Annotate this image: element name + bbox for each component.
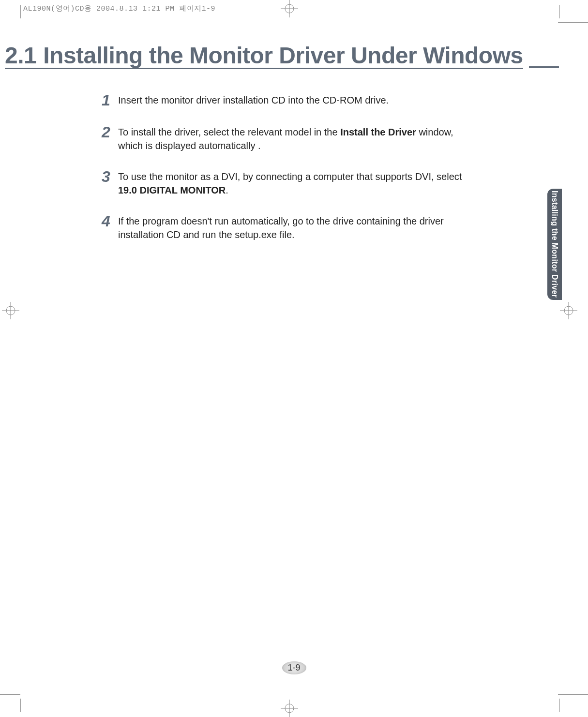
step-text-pre: To use the monitor as a DVI, by connecti… — [118, 171, 462, 182]
step-text-bold: 19.0 DIGITAL MONITOR — [118, 185, 226, 195]
heading-rule-right — [529, 66, 559, 68]
heading-text: 2.1Installing the Monitor Driver Under W… — [5, 44, 523, 69]
page-number: 1-9 — [282, 661, 306, 674]
step-text-pre: Insert the monitor driver installation C… — [118, 95, 389, 105]
step-text: Insert the monitor driver installation C… — [118, 93, 389, 107]
registration-mark-icon — [560, 302, 577, 319]
step-text: If the program doesn't run automatically… — [118, 214, 469, 241]
crop-mark — [559, 5, 560, 18]
registration-mark-icon — [281, 0, 298, 17]
step-text: To use the monitor as a DVI, by connecti… — [118, 170, 469, 197]
step-item: 2 To install the driver, select the rele… — [102, 125, 469, 152]
side-tab-label: Installing the Monitor Driver — [550, 191, 559, 298]
page-content: 2.1Installing the Monitor Driver Under W… — [73, 44, 559, 669]
step-text-pre: If the program doesn't run automatically… — [118, 216, 444, 240]
step-number: 2 — [102, 124, 118, 140]
step-number: 1 — [102, 92, 118, 108]
side-tab: Installing the Monitor Driver — [547, 189, 562, 300]
crop-mark — [0, 694, 20, 695]
crop-mark — [559, 699, 560, 712]
step-number: 3 — [102, 169, 118, 184]
crop-mark — [20, 5, 21, 18]
step-item: 4 If the program doesn't run automatical… — [102, 214, 469, 241]
crop-mark — [558, 22, 588, 23]
crop-mark — [20, 699, 21, 712]
step-text-bold: Install the Driver — [340, 127, 416, 137]
step-text-pre: To install the driver, select the releva… — [118, 127, 340, 137]
step-text-post: . — [226, 185, 228, 195]
heading-number: 2.1 — [5, 43, 36, 68]
steps-list: 1 Insert the monitor driver installation… — [102, 93, 469, 241]
step-number: 4 — [102, 213, 118, 229]
crop-mark — [558, 694, 588, 695]
print-metadata-header: AL190N(영어)CD용 2004.8.13 1:21 PM 페이지1-9 — [23, 4, 215, 13]
step-item: 3 To use the monitor as a DVI, by connec… — [102, 170, 469, 197]
registration-mark-icon — [281, 700, 298, 717]
step-item: 1 Insert the monitor driver installation… — [102, 93, 469, 108]
section-heading: 2.1Installing the Monitor Driver Under W… — [73, 44, 559, 69]
heading-title: Installing the Monitor Driver Under Wind… — [43, 43, 523, 68]
registration-mark-icon — [2, 302, 19, 319]
step-text: To install the driver, select the releva… — [118, 125, 469, 152]
